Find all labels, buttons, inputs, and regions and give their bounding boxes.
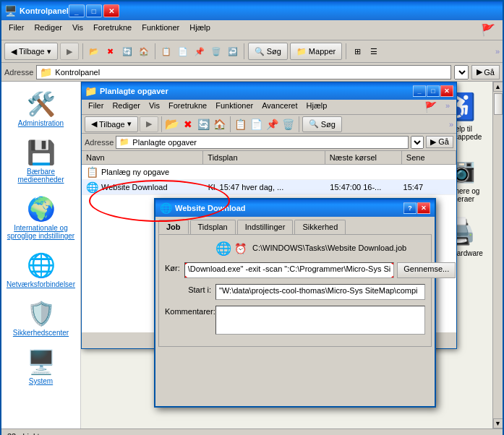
planned-folder-up-icon[interactable]: 📂	[165, 117, 179, 132]
wd-filepath-icon2: ⏰	[234, 243, 247, 254]
view2-icon[interactable]: ☰	[367, 44, 381, 59]
planned-back-btn[interactable]: ◀ Tilbage ▾	[85, 116, 138, 132]
wd-comments-input[interactable]	[215, 306, 425, 335]
toolbar-separator	[82, 43, 83, 59]
table-row-new[interactable]: 📋 Planlæg ny opgave	[82, 165, 456, 180]
col-schedule[interactable]: Tidsplan	[203, 151, 325, 164]
scroll-up-arrow[interactable]: ▲	[493, 82, 503, 92]
sidebar-item-baerbare[interactable]: 💾 Bærbare medieenheder	[4, 136, 77, 186]
menu-filer[interactable]: Filer	[4, 22, 28, 38]
outer-addressbar: Adresse 📁 Kontrolpanel ▶ Gå	[1, 63, 503, 82]
col-last[interactable]: Sene	[402, 151, 456, 164]
netvaerk-icon: 🌐	[27, 251, 56, 279]
menu-foretrukne[interactable]: Foretrukne	[89, 22, 136, 38]
planned-home-icon[interactable]: 🏠	[213, 117, 227, 132]
right-scrollbar[interactable]: ▲ ▼	[492, 82, 503, 428]
planned-maximize-btn[interactable]: □	[427, 85, 440, 97]
views-icon[interactable]: ⊞	[350, 44, 364, 59]
planned-addr-dropdown[interactable]	[411, 136, 424, 149]
administration-label: Administration	[18, 119, 64, 127]
toolbar-separator4	[346, 43, 346, 59]
maximize-button[interactable]: □	[86, 4, 102, 17]
menu-rediger[interactable]: Rediger	[30, 22, 67, 38]
wd-tab-tidsplan[interactable]: Tidsplan	[190, 220, 236, 234]
go-button[interactable]: ▶ Gå	[471, 65, 500, 79]
menu-funktioner[interactable]: Funktioner	[137, 22, 184, 38]
pmenu-rediger[interactable]: Rediger	[108, 100, 144, 113]
planned-minimize-btn[interactable]: _	[413, 85, 426, 97]
planned-paste-icon[interactable]: 📌	[265, 117, 280, 132]
sidebar-item-sikkerhed[interactable]: 🛡️ Sikkerhedscenter	[4, 297, 77, 340]
wd-start-input[interactable]: "W:\data\projects-cool-thomas\Micro-Sys …	[215, 284, 425, 300]
right-panel: 📁 Planlagte opgaver ♿ Hjælp til handicap…	[81, 82, 503, 428]
planned-delete-icon[interactable]: 🗑️	[281, 117, 296, 132]
pmenu-foretrukne[interactable]: Foretrukne	[165, 100, 210, 113]
folders-label: Mapper	[309, 47, 336, 56]
planned-toolbar-overflow: »	[442, 100, 453, 113]
planned-refresh-icon[interactable]: 🔄	[197, 117, 211, 132]
col-name[interactable]: Navn	[82, 151, 203, 164]
paste-icon[interactable]: 📌	[192, 44, 207, 59]
folder-up-icon[interactable]: 📂	[87, 44, 101, 59]
planned-search-btn[interactable]: 🔍 Søg	[302, 116, 342, 132]
close-button[interactable]: ✕	[103, 4, 119, 17]
planned-addr-input[interactable]: 📁 Planlagte opgaver	[116, 136, 409, 149]
planned-window: 📁 Planlagte opgaver _ □ ✕ Filer Rediger …	[81, 82, 457, 349]
col-next[interactable]: Næste kørsel	[325, 151, 402, 164]
planned-menubar: Filer Rediger Vis Foretrukne Funktioner …	[82, 100, 456, 115]
planned-overflow: »	[449, 120, 453, 129]
sidebar-item-administration[interactable]: 🛠️ Administration	[4, 87, 77, 130]
wd-start-label: Start i:	[165, 284, 215, 294]
statusbar-text: 33 objekter	[7, 432, 46, 436]
internationale-label: Internationale og sproglige indstillinge…	[6, 224, 76, 240]
delete-icon[interactable]: 🗑️	[209, 44, 223, 59]
wd-filepath-row: 🌐 ⏰ C:\WINDOWS\Tasks\Website Download.jo…	[165, 241, 425, 257]
minimize-button[interactable]: _	[69, 4, 85, 17]
sidebar-item-netvaerk[interactable]: 🌐 Netværksforbindelser	[4, 249, 77, 291]
sidebar-item-system[interactable]: 🖥️ System	[4, 345, 77, 388]
outer-menubar: Filer Rediger Vis Foretrukne Funktioner …	[1, 20, 503, 40]
planned-copy-icon[interactable]: 📄	[249, 117, 264, 132]
planned-addrbar: Adresse 📁 Planlagte opgaver ▶ Gå	[82, 134, 456, 151]
menu-hjaelp[interactable]: Hjælp	[185, 22, 215, 38]
wd-dialog: 🌐 Website Download ? ✕ Job Tidsplan Inds…	[154, 198, 436, 408]
wd-tab-job[interactable]: Job	[158, 220, 189, 234]
refresh-icon[interactable]: 🔄	[120, 44, 134, 59]
go-arrow-icon: ▶	[477, 67, 482, 77]
wd-help-btn[interactable]: ?	[403, 202, 417, 214]
planned-stop-icon[interactable]: ✖	[181, 117, 195, 132]
wd-browse-btn[interactable]: Gennemse...	[397, 262, 456, 278]
pmenu-avanceret[interactable]: Avanceret	[258, 100, 301, 113]
planned-go-btn[interactable]: ▶ Gå	[426, 136, 453, 148]
menu-vis[interactable]: Vis	[68, 22, 87, 38]
table-row-website[interactable]: 🌐 Website Download Kl. 15:47 hver dag, .…	[82, 180, 456, 195]
move-icon[interactable]: 📋	[159, 44, 174, 59]
wd-close-btn[interactable]: ✕	[417, 202, 430, 214]
sidebar-item-internationale[interactable]: 🌍 Internationale og sproglige indstillin…	[4, 192, 77, 243]
planned-addr-value: Planlagte opgaver	[132, 138, 197, 147]
statusbar: 33 objekter	[1, 428, 503, 435]
stop-icon[interactable]: ✖	[103, 44, 118, 59]
planned-close-btn[interactable]: ✕	[440, 85, 453, 97]
search-button[interactable]: 🔍 Søg	[248, 43, 288, 60]
scroll-thumb[interactable]	[494, 93, 503, 115]
copy-icon[interactable]: 📄	[176, 44, 190, 59]
planned-forward-btn[interactable]: ▶	[140, 116, 158, 132]
pmenu-vis[interactable]: Vis	[145, 100, 163, 113]
undo-icon[interactable]: ↩️	[226, 44, 240, 59]
website-task-name: Website Download	[101, 183, 168, 191]
planned-move-icon[interactable]: 📋	[234, 117, 248, 132]
forward-button[interactable]: ▶	[60, 43, 79, 60]
address-dropdown[interactable]	[454, 65, 469, 79]
pmenu-filer[interactable]: Filer	[85, 100, 107, 113]
back-button[interactable]: ◀ Tilbage ▾	[4, 43, 58, 60]
folders-button[interactable]: 📁 Mapper	[290, 43, 342, 60]
wd-run-input[interactable]: \Download.exe" -exit -scan ":C:\Programm…	[184, 262, 394, 278]
wd-tab-indstillinger[interactable]: Indstillinger	[237, 220, 294, 234]
wd-tab-sikkerhed[interactable]: Sikkerhed	[294, 220, 346, 234]
scroll-down-arrow[interactable]: ▼	[493, 418, 503, 428]
address-input[interactable]: 📁 Kontrolpanel	[36, 65, 451, 79]
pmenu-hjaelp[interactable]: Hjælp	[303, 100, 331, 113]
home-icon[interactable]: 🏠	[137, 44, 151, 59]
pmenu-funktioner[interactable]: Funktioner	[212, 100, 257, 113]
